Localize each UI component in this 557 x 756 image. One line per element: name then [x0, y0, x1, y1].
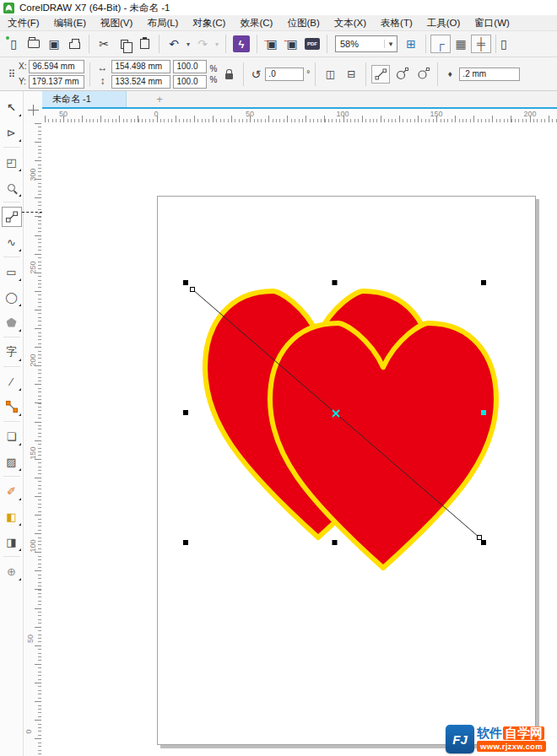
transparency-tool[interactable]: ▨	[2, 451, 22, 472]
rotation-angle-field[interactable]: .0	[265, 68, 304, 81]
menu-item-8[interactable]: 表格(T)	[381, 17, 413, 30]
selection-handle-mid-right[interactable]	[481, 410, 486, 415]
selection-handle-top-right[interactable]	[481, 280, 486, 285]
object-width-field[interactable]: 154.498 mm	[111, 60, 170, 73]
ruler-origin-icon[interactable]	[28, 105, 39, 116]
lock-ratio-button[interactable]	[219, 65, 238, 84]
menu-item-0[interactable]: 文件(F)	[8, 17, 40, 30]
polygon-tool[interactable]	[2, 312, 22, 332]
document-tab[interactable]: 未命名 -1	[42, 91, 127, 107]
show-grid-button[interactable]: ▦	[451, 35, 471, 53]
x-position-field[interactable]: 96.594 mm	[29, 60, 84, 73]
standard-toolbar: ▯▣✂↶▾↷▾ϟ▣→▣←PDF58%▾⊞┌▦╪▯	[0, 31, 557, 57]
lock-icon	[225, 73, 233, 79]
scale-horizontal-field[interactable]: 100.0	[173, 60, 207, 73]
mirror-horizontal-button[interactable]: ◫	[321, 65, 339, 84]
selection-handle-top-left[interactable]	[183, 280, 188, 285]
rectangle-tool[interactable]: ▭	[2, 262, 22, 282]
selection-handle-bottom-left[interactable]	[183, 540, 188, 545]
undo-dropdown[interactable]: ▾	[184, 35, 192, 53]
perpendicular-line-mode-button[interactable]	[392, 65, 411, 84]
line-end-node[interactable]	[478, 536, 482, 540]
undo-button[interactable]: ↶	[164, 35, 184, 53]
menu-item-3[interactable]: 布局(L)	[147, 17, 178, 30]
drop-shadow-tool[interactable]: ❏	[2, 426, 22, 446]
menu-item-5[interactable]: 效果(C)	[240, 17, 273, 30]
new-tab-button[interactable]: +	[149, 91, 170, 107]
new-document-button[interactable]: ▯	[3, 35, 24, 53]
paste-button[interactable]	[134, 35, 154, 53]
color-eyedropper-tool[interactable]: ✐	[2, 481, 22, 501]
vertical-ruler[interactable]: 300250200150100500	[24, 123, 42, 756]
copy-button[interactable]	[114, 35, 134, 53]
scale-vertical-field[interactable]: 100.0	[173, 75, 207, 89]
show-guidelines-button[interactable]: ╪	[471, 35, 491, 53]
v-ruler-label-6: 0	[24, 729, 33, 733]
menu-item-7[interactable]: 文本(X)	[334, 17, 366, 30]
cut-button[interactable]: ✂	[94, 35, 114, 53]
connector-tool[interactable]	[2, 397, 22, 417]
clipped-toolbar-button[interactable]: ▯	[500, 35, 506, 53]
crop-tool[interactable]: ◰	[2, 152, 22, 172]
pick-tool[interactable]: ↖	[2, 97, 22, 117]
export-button[interactable]: ▣←	[282, 35, 302, 53]
line-start-node[interactable]	[191, 288, 195, 292]
pdf-icon: PDF	[305, 38, 320, 50]
menu-item-6[interactable]: 位图(B)	[287, 17, 319, 30]
menu-item-2[interactable]: 视图(V)	[100, 17, 132, 30]
percent-label-bottom: %	[209, 75, 217, 84]
fill-tool[interactable]: ◧	[2, 506, 22, 526]
drawing-canvas[interactable]	[42, 123, 557, 756]
selection-handle-mid-left[interactable]	[183, 410, 188, 415]
selection-handle-top-center[interactable]	[333, 280, 338, 285]
redo-dropdown[interactable]: ▾	[213, 35, 221, 53]
watermark-name-blue: 软件	[477, 726, 502, 740]
show-rulers-button[interactable]: ┌	[430, 35, 451, 53]
print-button[interactable]	[64, 35, 84, 53]
flyout-arrow-icon	[19, 194, 21, 197]
open-button[interactable]	[24, 35, 44, 53]
menu-item-10[interactable]: 窗口(W)	[474, 17, 510, 30]
selection-handle-bottom-center[interactable]	[333, 540, 338, 545]
object-height-field[interactable]: 133.524 mm	[111, 75, 170, 89]
customize-toolbox-button[interactable]: ⊕	[2, 561, 22, 581]
flyout-arrow-icon	[19, 388, 21, 391]
menu-item-1[interactable]: 编辑(E)	[54, 17, 86, 30]
menu-bar: 文件(F)编辑(E)视图(V)布局(L)对象(C)效果(C)位图(B)文本(X)…	[0, 15, 557, 31]
y-position-field[interactable]: 179.137 mm	[29, 75, 84, 89]
mirror-vertical-button[interactable]: ⊟	[342, 65, 360, 84]
publish-pdf-button[interactable]: PDF	[302, 35, 322, 53]
zoom-level-combo[interactable]: 58%▾	[335, 35, 397, 52]
separator	[315, 62, 316, 86]
save-button[interactable]: ▣	[44, 35, 64, 53]
separator	[425, 35, 426, 53]
flyout-arrow-icon	[19, 498, 21, 500]
shape-tool[interactable]: ⊳	[2, 122, 22, 143]
text-tool[interactable]: 字	[2, 342, 22, 362]
separator	[225, 35, 226, 53]
two-point-line-tool[interactable]	[2, 207, 22, 227]
two-point-line-mode-button[interactable]	[371, 65, 390, 84]
redo-button[interactable]: ↷	[192, 35, 213, 53]
degree-label: °	[306, 69, 310, 78]
flyout-arrow-icon	[19, 548, 21, 551]
selection-handle-bottom-right[interactable]	[481, 540, 486, 545]
dimension-tool[interactable]: ∕	[2, 371, 22, 392]
property-bar: ⠿ X: 96.594 mm Y: 179.137 mm ↔ ↕ 154.498…	[0, 57, 557, 91]
object-width-icon: ↔	[95, 62, 109, 73]
ellipse-tool[interactable]: ◯	[2, 287, 22, 307]
artistic-media-tool[interactable]: ∿	[2, 232, 22, 252]
import-button[interactable]: ▣→	[262, 35, 282, 53]
object-height-icon: ↕	[95, 75, 109, 87]
tangential-line-mode-button[interactable]	[414, 65, 432, 84]
interactive-fill-tool[interactable]: ◨	[2, 532, 22, 552]
horizontal-ruler[interactable]: 50050100150200	[42, 109, 557, 123]
zoom-tool[interactable]	[2, 177, 22, 197]
menu-item-9[interactable]: 工具(O)	[427, 17, 461, 30]
application-launcher-button[interactable]: ϟ	[233, 35, 250, 52]
coreldraw-logo-icon	[3, 3, 14, 14]
chevron-down-icon[interactable]: ▾	[384, 40, 397, 48]
fullscreen-preview-button[interactable]: ⊞	[401, 35, 421, 53]
menu-item-4[interactable]: 对象(C)	[192, 17, 225, 30]
outline-width-field[interactable]: .2 mm	[459, 68, 520, 81]
